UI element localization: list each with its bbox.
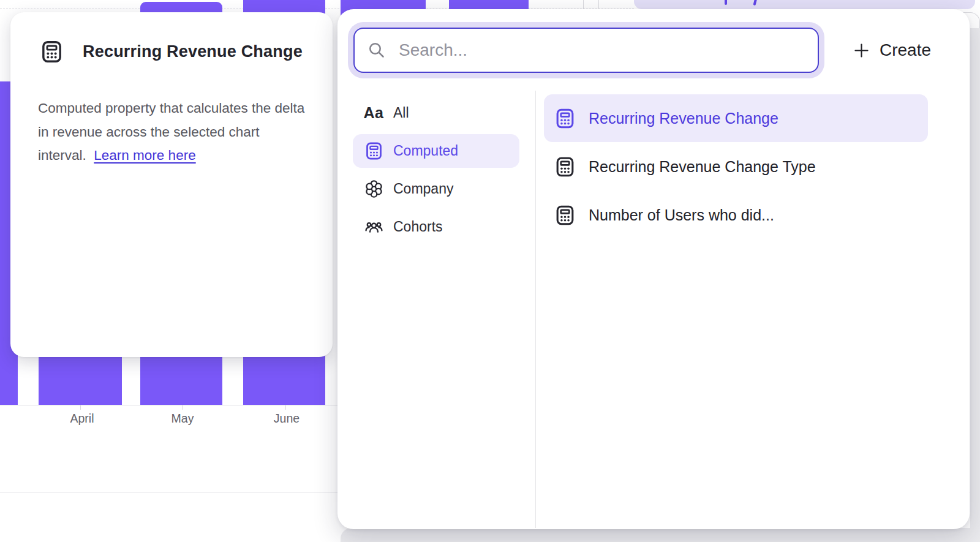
result-label: Number of Users who did...	[589, 206, 774, 224]
panel-edge-line	[598, 0, 599, 9]
calculator-icon	[363, 141, 384, 162]
axis-label-june: June	[250, 412, 323, 426]
background-strip	[341, 528, 980, 542]
modal-column-divider	[535, 91, 536, 528]
company-cluster-icon	[363, 179, 384, 200]
cohorts-people-icon	[363, 217, 384, 238]
text-aa-icon: Aa	[363, 103, 384, 124]
property-picker-modal: Create Aa All	[337, 9, 970, 529]
tooltip-description: Computed property that calculates the de…	[38, 97, 305, 168]
filter-label: Cohorts	[393, 219, 443, 235]
axis-label-may: May	[146, 412, 219, 426]
calculator-icon	[554, 204, 576, 227]
create-button[interactable]: Create	[853, 34, 931, 67]
property-pill-clipped	[634, 0, 975, 9]
panel-edge-line	[583, 0, 584, 9]
calculator-icon	[39, 39, 64, 64]
result-item-recurring-revenue-change[interactable]: Recurring Revenue Change	[544, 94, 928, 142]
filter-label: Company	[393, 181, 453, 197]
result-list: Recurring Revenue Change Recurring Reven…	[544, 94, 928, 239]
filter-label: All	[393, 105, 409, 121]
result-item-number-of-users[interactable]: Number of Users who did...	[544, 191, 928, 239]
result-label: Recurring Revenue Change	[589, 110, 778, 127]
app-screenshot: April May June Recurring Revenue Change	[0, 0, 980, 542]
filter-label: Computed	[393, 143, 458, 159]
plus-icon	[853, 42, 870, 59]
filter-list: Aa All Computed	[353, 96, 519, 248]
search-box	[353, 28, 819, 73]
clipped-text-fragment	[725, 0, 727, 5]
filter-item-company[interactable]: Company	[353, 172, 519, 206]
axis-tick	[80, 405, 81, 410]
axis-label-april: April	[45, 412, 119, 426]
filter-item-computed[interactable]: Computed	[353, 134, 519, 168]
create-button-label: Create	[880, 40, 931, 60]
tooltip-header: Recurring Revenue Change	[39, 39, 303, 64]
learn-more-link[interactable]: Learn more here	[94, 148, 195, 163]
filter-item-cohorts[interactable]: Cohorts	[353, 210, 519, 244]
axis-tick	[182, 405, 183, 410]
result-item-recurring-revenue-change-type[interactable]: Recurring Revenue Change Type	[544, 143, 928, 190]
background-strip	[970, 28, 980, 542]
axis-tick	[285, 405, 286, 410]
search-input[interactable]	[353, 28, 819, 73]
calculator-icon	[554, 156, 576, 178]
filter-item-all[interactable]: Aa All	[353, 96, 519, 130]
calculator-icon	[554, 107, 576, 130]
tooltip-title: Recurring Revenue Change	[83, 42, 303, 61]
result-label: Recurring Revenue Change Type	[589, 158, 816, 176]
clipped-text-fragment	[753, 0, 758, 6]
property-tooltip-card: Recurring Revenue Change Computed proper…	[10, 12, 333, 357]
